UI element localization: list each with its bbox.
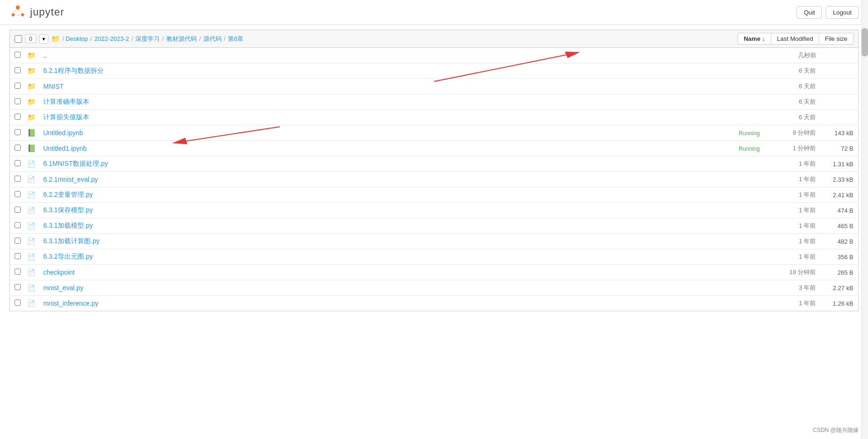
file-link-16[interactable]: mnist_inference.py	[43, 300, 99, 307]
file-modified: 1 分钟前	[765, 141, 821, 156]
top-buttons: Quit Logout	[797, 6, 859, 19]
scrollbar[interactable]	[861, 0, 868, 316]
svg-point-0	[16, 6, 20, 10]
breadcrumb-chapter6[interactable]: 第6章	[228, 35, 243, 43]
file-modified: 3 年前	[765, 280, 821, 296]
row-checkbox[interactable]	[15, 52, 21, 58]
file-link-15[interactable]: mnist_eval.py	[43, 284, 84, 292]
select-all-checkbox[interactable]	[15, 35, 22, 43]
file-status-empty	[722, 249, 765, 265]
row-checkbox[interactable]	[15, 176, 21, 182]
file-icon-cell: 📁	[25, 79, 39, 94]
file-name-cell: ..	[39, 48, 722, 63]
row-checkbox[interactable]	[15, 238, 21, 244]
row-checkbox[interactable]	[15, 207, 21, 213]
row-checkbox-cell	[10, 203, 26, 218]
row-checkbox[interactable]	[15, 83, 21, 89]
toolbar-left: 0 ▾ 📁 / Desktop / 2022-2023-2 / 深度学习 / 教…	[15, 34, 737, 44]
table-row: 📁 MNIST 6 天前	[10, 79, 859, 94]
file-name-cell: mnist_eval.py	[39, 280, 722, 296]
table-row: 📁 6.2.1程序与数据拆分 6 天前	[10, 63, 859, 79]
file-icon-cell: 📄	[25, 234, 39, 249]
row-checkbox[interactable]	[15, 300, 21, 306]
table-row: 📁 计算准确率版本 6 天前	[10, 94, 859, 110]
breadcrumb-textbook[interactable]: 教材源代码	[166, 35, 197, 43]
file-link-14[interactable]: checkpoint	[43, 269, 75, 276]
file-size	[821, 94, 859, 110]
breadcrumb-sep-2: /	[132, 35, 133, 42]
file-icon: 📄	[27, 269, 35, 276]
breadcrumb-source[interactable]: 源代码	[203, 35, 222, 43]
file-name-cell: Untitled1.ipynb	[39, 141, 722, 156]
row-checkbox[interactable]	[15, 191, 21, 197]
file-icon: 📄	[27, 300, 35, 307]
file-link-2[interactable]: MNIST	[43, 83, 64, 90]
svg-point-2	[12, 13, 15, 16]
file-link-4[interactable]: 计算损失值版本	[43, 113, 89, 121]
row-checkbox-cell	[10, 234, 26, 249]
file-link-9[interactable]: 6.2.2变量管理.py	[43, 191, 93, 198]
file-link-5[interactable]: Untitled.ipynb	[43, 129, 83, 137]
file-link-11[interactable]: 6.3.1加载模型.py	[43, 222, 93, 229]
sort-modified-button[interactable]: Last Modified	[771, 33, 819, 45]
scrollbar-thumb[interactable]	[861, 28, 868, 56]
file-link-13[interactable]: 6.3.2导出元图.py	[43, 253, 93, 260]
parent-folder-icon: 📁	[27, 51, 36, 59]
file-size: 265 B	[821, 265, 859, 280]
file-status-empty	[722, 265, 765, 280]
file-size: 72 B	[821, 141, 859, 156]
file-status-empty	[722, 280, 765, 296]
row-checkbox-cell	[10, 63, 26, 79]
file-link-7[interactable]: 6.1MNIST数据处理.py	[43, 160, 108, 167]
row-checkbox[interactable]	[15, 284, 21, 290]
file-link-6[interactable]: Untitled1.ipynb	[43, 145, 87, 152]
file-icon: 📄	[27, 284, 35, 292]
parent-dir-link[interactable]: ..	[43, 52, 47, 59]
breadcrumb-deeplearning[interactable]: 深度学习	[135, 35, 160, 43]
row-checkbox[interactable]	[15, 114, 21, 120]
app-title: jupyter	[30, 6, 64, 18]
file-link-12[interactable]: 6.3.1加载计算图.py	[43, 237, 100, 245]
file-status-empty	[722, 296, 765, 311]
sort-size-button[interactable]: File size	[819, 33, 853, 45]
file-toolbar: 0 ▾ 📁 / Desktop / 2022-2023-2 / 深度学习 / 教…	[9, 30, 859, 47]
row-checkbox-cell	[10, 125, 26, 141]
row-checkbox-cell	[10, 94, 26, 110]
file-link-1[interactable]: 6.2.1程序与数据拆分	[43, 67, 104, 74]
breadcrumb-sep-root: /	[62, 35, 64, 42]
sort-name-button[interactable]: Name ↓	[737, 33, 771, 45]
breadcrumb-desktop[interactable]: Desktop	[66, 35, 88, 42]
file-icon-cell: 📄	[25, 218, 39, 234]
row-checkbox-cell	[10, 48, 26, 63]
file-link-8[interactable]: 6.2.1mnist_eval.py	[43, 176, 98, 183]
row-checkbox[interactable]	[15, 129, 21, 135]
actions-dropdown[interactable]: ▾	[39, 34, 48, 44]
parent-link[interactable]: ..	[43, 52, 47, 59]
file-link-3[interactable]: 计算准确率版本	[43, 98, 89, 105]
breadcrumb-2022[interactable]: 2022-2023-2	[94, 35, 129, 42]
file-table: 📁 .. 几秒前 📁 6.2.1程序与数据拆分 6 天前 📁 MNIST	[9, 47, 859, 311]
file-modified: 1 年前	[765, 187, 821, 203]
file-icon-cell: 📁	[25, 63, 39, 79]
file-modified: 1 年前	[765, 249, 821, 265]
row-checkbox[interactable]	[15, 253, 21, 259]
file-status-empty	[722, 110, 765, 125]
notebook-icon: 📗	[27, 129, 36, 137]
row-checkbox[interactable]	[15, 269, 21, 275]
file-name-cell: Untitled.ipynb	[39, 125, 722, 141]
table-row: 📄 mnist_inference.py 1 年前 1.26 kB	[10, 296, 859, 311]
file-icon: 📄	[27, 207, 35, 214]
file-modified: 6 天前	[765, 94, 821, 110]
file-icon: 📄	[27, 238, 35, 245]
logout-button[interactable]: Logout	[826, 6, 859, 19]
file-link-10[interactable]: 6.3.1保存模型.py	[43, 206, 93, 214]
row-checkbox[interactable]	[15, 160, 21, 166]
row-checkbox[interactable]	[15, 67, 21, 73]
row-checkbox[interactable]	[15, 98, 21, 104]
row-checkbox[interactable]	[15, 222, 21, 228]
row-checkbox-cell	[10, 110, 26, 125]
file-status-empty	[722, 79, 765, 94]
row-checkbox[interactable]	[15, 145, 21, 151]
row-checkbox-cell	[10, 280, 26, 296]
quit-button[interactable]: Quit	[797, 6, 822, 19]
